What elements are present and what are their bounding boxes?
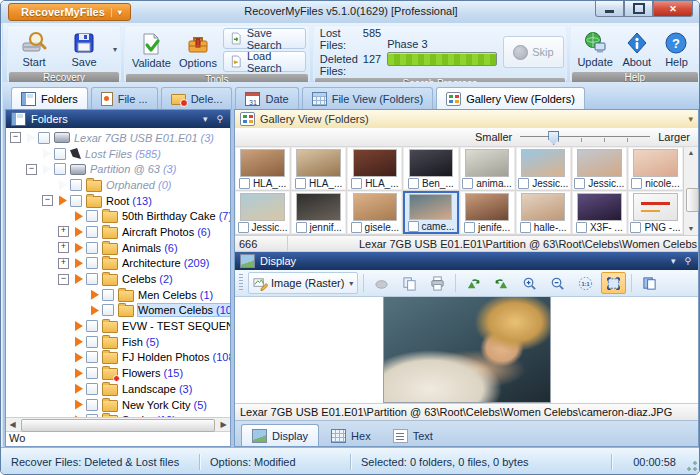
checkbox[interactable] <box>86 399 98 411</box>
scrollbar-thumb[interactable] <box>686 188 699 212</box>
checkbox[interactable] <box>86 226 98 238</box>
checkbox[interactable] <box>86 383 98 395</box>
tree-item[interactable]: New York City (5) <box>6 397 230 413</box>
minimize-button[interactable] <box>595 1 624 17</box>
checkbox[interactable] <box>631 178 642 189</box>
gallery-item[interactable]: anima... <box>460 147 515 190</box>
slider-thumb[interactable] <box>548 131 559 145</box>
gallery-item[interactable]: gisele... <box>347 191 402 234</box>
collapse-icon[interactable]: − <box>58 274 69 285</box>
scrollbar-thumb[interactable] <box>21 419 215 432</box>
checkbox[interactable] <box>351 222 362 233</box>
collapse-icon[interactable]: − <box>10 132 21 143</box>
gallery-item[interactable]: Ben_... <box>403 147 458 190</box>
tree-item[interactable]: Men Celebs (1) <box>6 287 230 303</box>
gallery-item[interactable]: HLA_... <box>291 147 346 190</box>
tree-item[interactable]: Women Celebs (10) <box>6 303 230 319</box>
checkbox[interactable] <box>462 178 473 189</box>
tab-file-type[interactable]: File ... <box>91 87 158 109</box>
zoom-in-button[interactable] <box>517 272 542 294</box>
print-button[interactable] <box>425 272 450 294</box>
checkbox[interactable] <box>520 222 531 233</box>
checkbox[interactable] <box>86 257 98 269</box>
tree-item[interactable]: −Celebs (2) <box>6 271 230 287</box>
checkbox[interactable] <box>86 351 98 363</box>
checkbox[interactable] <box>238 222 249 233</box>
tree-item[interactable]: Lost Files (585) <box>6 146 230 162</box>
checkbox[interactable] <box>351 178 362 189</box>
thumbnail-size-slider[interactable] <box>520 131 650 143</box>
gallery-item[interactable]: nicole... <box>628 147 683 190</box>
gallery-item[interactable]: X3F- ... <box>572 191 627 234</box>
gallery-item[interactable]: came... <box>403 191 458 234</box>
checkbox[interactable] <box>574 178 585 189</box>
app-menu-button[interactable]: RecoverMyFiles ▾ <box>8 3 131 21</box>
fit-to-window-button[interactable] <box>601 272 626 294</box>
tree-item[interactable]: +Aircraft Photos (6) <box>6 224 230 240</box>
scroll-up-icon[interactable]: ▲ <box>688 147 695 159</box>
tree-item[interactable]: Fish (5) <box>6 334 230 350</box>
gallery-item[interactable]: Jessic... <box>235 191 290 234</box>
checkbox[interactable] <box>630 222 641 233</box>
tree-item[interactable]: FJ Holden Photos (108) <box>6 350 230 366</box>
copy-button[interactable] <box>397 272 422 294</box>
collapse-icon[interactable]: − <box>26 164 37 175</box>
checkbox[interactable] <box>70 195 82 207</box>
gallery-item[interactable]: jenife... <box>460 191 515 234</box>
checkbox[interactable] <box>576 222 587 233</box>
checkbox[interactable] <box>296 222 307 233</box>
scroll-down-icon[interactable]: ▼ <box>688 223 695 235</box>
checkbox[interactable] <box>38 132 50 144</box>
collapse-icon[interactable]: − <box>42 195 53 206</box>
gallery-item[interactable]: halle-... <box>516 191 571 234</box>
tree-item[interactable]: Landscape (3) <box>6 381 230 397</box>
gallery-item[interactable]: HLA_... <box>235 147 290 190</box>
load-search-button[interactable]: Load Search <box>223 51 305 72</box>
format-dropdown[interactable]: Image (Raster) ▾ <box>248 272 358 294</box>
start-button[interactable]: Start <box>11 27 57 71</box>
update-button[interactable]: Update <box>574 27 617 71</box>
checkbox[interactable] <box>86 367 98 379</box>
about-button[interactable]: About <box>616 27 657 71</box>
pin-icon[interactable]: ⚲ <box>214 114 225 124</box>
gallery-item[interactable]: jennif... <box>291 191 346 234</box>
skip-button[interactable]: Skip <box>503 36 563 68</box>
resize-grip[interactable] <box>686 460 698 472</box>
gallery-item[interactable]: PNG -... <box>628 191 683 234</box>
checkbox[interactable] <box>408 221 419 232</box>
save-search-button[interactable]: Save Search <box>223 28 305 49</box>
save-dropdown-icon[interactable]: ▾ <box>113 45 117 54</box>
tab-deleted[interactable]: Dele... <box>161 87 233 109</box>
gallery-item[interactable]: Jessic... <box>572 147 627 190</box>
gallery-vertical-scrollbar[interactable]: ▲ ▼ <box>683 147 698 235</box>
tree-item[interactable]: −Partition @ 63 (3) <box>6 161 230 177</box>
checkbox[interactable] <box>102 289 114 301</box>
scroll-right-icon[interactable]: ▶ <box>217 420 230 429</box>
gallery-item[interactable]: Jessic... <box>516 147 571 190</box>
checkbox[interactable] <box>86 320 98 332</box>
checkbox[interactable] <box>239 178 250 189</box>
checkbox[interactable] <box>70 179 82 191</box>
rotate-right-button[interactable] <box>489 272 514 294</box>
chevron-down-icon[interactable]: ▾ <box>688 114 693 124</box>
chevron-down-icon[interactable]: ▾ <box>669 256 678 266</box>
expand-icon[interactable]: + <box>58 242 69 253</box>
export-button[interactable] <box>369 272 394 294</box>
rotate-left-button[interactable] <box>461 272 486 294</box>
help-button[interactable]: ? Help <box>657 27 696 71</box>
tree-item[interactable]: −Lexar 7GB USB E01.E01 (3) <box>6 130 230 146</box>
expand-icon[interactable]: + <box>58 226 69 237</box>
tab-text[interactable]: Text <box>383 425 443 446</box>
tree-item[interactable]: −Root (13) <box>6 193 230 209</box>
tree-item[interactable]: Orphaned (0) <box>6 177 230 193</box>
expand-icon[interactable]: + <box>58 258 69 269</box>
checkbox[interactable] <box>86 273 98 285</box>
close-button[interactable]: ✕ <box>653 1 693 17</box>
scroll-left-icon[interactable]: ◀ <box>6 420 19 429</box>
checkbox[interactable] <box>86 242 98 254</box>
actual-size-button[interactable]: 1:1 <box>573 272 598 294</box>
tree-item[interactable]: +Animals (6) <box>6 240 230 256</box>
checkbox[interactable] <box>295 178 306 189</box>
tree-horizontal-scrollbar[interactable]: ◀ ▶ <box>6 417 230 431</box>
tab-gallery-view[interactable]: Gallery View (Folders) <box>436 87 585 109</box>
